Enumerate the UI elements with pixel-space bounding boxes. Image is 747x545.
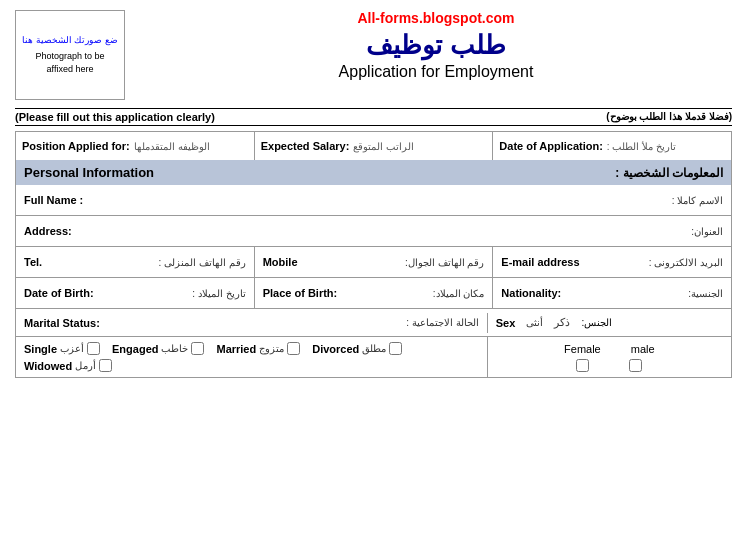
email-label-ar: البريد الالكترونى :: [649, 257, 723, 268]
sex-cell: Sex أنثى ذكر الجنس:: [488, 312, 731, 333]
marital-label-cell: Marital Status: الحالة الاجتماعية :: [16, 313, 488, 333]
tel-label-en: Tel.: [24, 256, 42, 268]
sex-label-ar: الجنس:: [581, 317, 612, 328]
site-url: All-forms.blogspot.com: [140, 10, 732, 26]
address-label-ar: العنوان:: [691, 226, 723, 237]
instructions-arabic: (فضلا قدملا هذا الطلب بوضوح): [606, 111, 732, 123]
marital-checkbox-row: Single أعزب Engaged خاطب Married متزوج D…: [15, 337, 732, 378]
checkbox-married: Married متزوج: [216, 342, 300, 355]
dob-label-en: Date of Birth:: [24, 287, 94, 299]
tel-label-ar: رقم الهاتف المنزلى :: [159, 257, 246, 268]
marital-header-row: Marital Status: الحالة الاجتماعية : Sex …: [15, 309, 732, 337]
header-section: ضع صورتك الشخصية هنا Photograph to beaff…: [15, 10, 732, 100]
arabic-title: طلب توظيف: [140, 30, 732, 61]
personal-info-label-ar: المعلومات الشخصية :: [615, 166, 723, 180]
divorced-label-en: Divorced: [312, 343, 359, 355]
address-row: Address: العنوان:: [15, 216, 732, 247]
married-checkbox[interactable]: [287, 342, 300, 355]
personal-info-header: Personal Information المعلومات الشخصية :: [15, 160, 732, 185]
engaged-label-ar: خاطب: [161, 343, 188, 354]
salary-arabic: الراتب المتوقع: [353, 141, 414, 152]
divorced-checkbox[interactable]: [389, 342, 402, 355]
position-cell: Position Applied for: الوظيفه المتقدملها: [16, 132, 255, 160]
position-row: Position Applied for: الوظيفه المتقدملها…: [15, 131, 732, 160]
single-checkbox[interactable]: [87, 342, 100, 355]
address-label-en: Address:: [24, 225, 72, 237]
photo-arabic-text: ضع صورتك الشخصية هنا: [22, 35, 118, 47]
single-label-ar: أعزب: [60, 343, 84, 354]
pob-label-en: Place of Birth:: [263, 287, 338, 299]
dob-cell: Date of Birth: تاريخ الميلاد :: [16, 278, 255, 308]
nationality-label-ar: الجنسية:: [688, 288, 723, 299]
pob-cell: Place of Birth: مكان الميلاد:: [255, 278, 494, 308]
fullname-cell: Full Name : الاسم كاملا :: [16, 185, 731, 215]
engaged-label-en: Engaged: [112, 343, 158, 355]
sex-checkbox-inputs: [576, 359, 642, 372]
sex-male-ar: ذكر: [554, 316, 570, 329]
mobile-label-ar: رقم الهاتف الجوال:: [405, 257, 484, 268]
address-cell: Address: العنوان:: [16, 216, 731, 246]
fullname-label-ar: الاسم كاملا :: [672, 195, 723, 206]
sex-label-en: Sex: [496, 317, 516, 329]
marital-label-en: Marital Status:: [24, 317, 100, 329]
tel-cell: Tel. رقم الهاتف المنزلى :: [16, 247, 255, 277]
married-label-en: Married: [216, 343, 256, 355]
widowed-label-en: Widowed: [24, 360, 72, 372]
salary-cell: Expected Salary: الراتب المتوقع: [255, 132, 494, 160]
male-label-en: male: [631, 343, 655, 355]
dob-label-ar: تاريخ الميلاد :: [192, 288, 245, 299]
marital-checkboxes: Single أعزب Engaged خاطب Married متزوج D…: [16, 337, 488, 377]
divorced-label-ar: مطلق: [362, 343, 386, 354]
instructions-row: (Please fill out this application clearl…: [15, 108, 732, 126]
pob-label-ar: مكان الميلاد:: [433, 288, 485, 299]
photo-box: ضع صورتك الشخصية هنا Photograph to beaff…: [15, 10, 125, 100]
fullname-label-en: Full Name :: [24, 194, 83, 206]
salary-label: Expected Salary:: [261, 140, 350, 152]
date-label: Date of Application:: [499, 140, 602, 152]
email-cell: E-mail address البريد الالكترونى :: [493, 247, 731, 277]
sex-checkboxes: Female male: [488, 337, 731, 377]
female-label-en: Female: [564, 343, 601, 355]
checkbox-divorced: Divorced مطلق: [312, 342, 402, 355]
nationality-cell: Nationality: الجنسية:: [493, 278, 731, 308]
mobile-label-en: Mobile: [263, 256, 298, 268]
mobile-cell: Mobile رقم الهاتف الجوال:: [255, 247, 494, 277]
nationality-label-en: Nationality:: [501, 287, 561, 299]
checkbox-widowed: Widowed أرمل: [24, 359, 112, 372]
female-checkbox[interactable]: [576, 359, 589, 372]
marital-label-ar: الحالة الاجتماعية :: [406, 317, 478, 328]
header-center: All-forms.blogspot.com طلب توظيف Applica…: [140, 10, 732, 81]
personal-info-label-en: Personal Information: [24, 165, 154, 180]
sex-labels: Female male: [564, 343, 655, 355]
email-label-en: E-mail address: [501, 256, 579, 268]
single-label-en: Single: [24, 343, 57, 355]
fullname-row: Full Name : الاسم كاملا :: [15, 185, 732, 216]
date-cell: Date of Application: تاريخ ملأ الطلب :: [493, 132, 731, 160]
position-label: Position Applied for:: [22, 140, 130, 152]
married-label-ar: متزوج: [259, 343, 284, 354]
checkbox-single: Single أعزب: [24, 342, 100, 355]
engaged-checkbox[interactable]: [191, 342, 204, 355]
dob-row: Date of Birth: تاريخ الميلاد : Place of …: [15, 278, 732, 309]
english-title: Application for Employment: [140, 63, 732, 81]
photo-english-text: Photograph to beaffixed here: [35, 50, 104, 75]
sex-female-ar: أنثى: [526, 317, 543, 328]
checkbox-engaged: Engaged خاطب: [112, 342, 204, 355]
date-arabic: تاريخ ملأ الطلب :: [607, 141, 676, 152]
widowed-checkbox[interactable]: [99, 359, 112, 372]
instructions-english: (Please fill out this application clearl…: [15, 111, 215, 123]
contact-row: Tel. رقم الهاتف المنزلى : Mobile رقم اله…: [15, 247, 732, 278]
widowed-label-ar: أرمل: [75, 360, 96, 371]
male-checkbox[interactable]: [629, 359, 642, 372]
position-arabic: الوظيفه المتقدملها: [134, 141, 210, 152]
